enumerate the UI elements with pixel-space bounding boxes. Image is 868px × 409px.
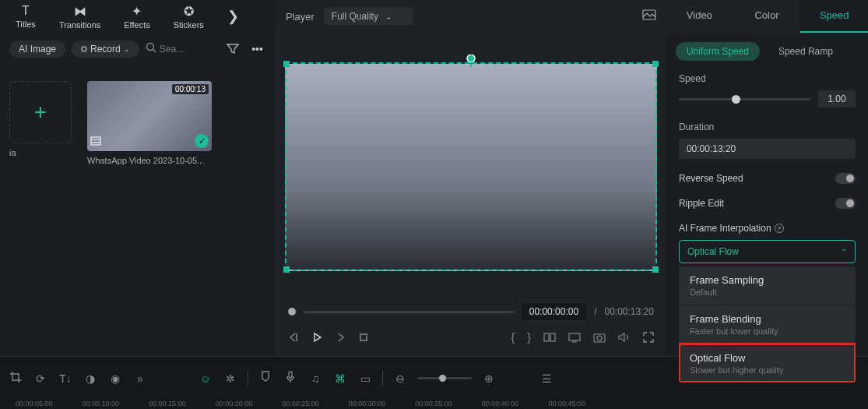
color-wheel-icon[interactable]: ◑: [83, 372, 98, 385]
scrub-handle[interactable]: [288, 308, 296, 316]
zoom-out-icon[interactable]: ⊖: [392, 372, 408, 385]
transport-bar: 00:00:00:00 / 00:00:13:20: [285, 295, 657, 326]
option-sub: Default: [690, 287, 845, 297]
timeline-ruler[interactable]: 00:00:05:00 00:00:10:00 00:00:15:00 00:0…: [0, 400, 868, 409]
speed-slider-thumb[interactable]: [732, 95, 740, 104]
effects-icon: ✦: [132, 4, 142, 19]
keyframe-icon[interactable]: ▭: [357, 372, 373, 385]
zoom-thumb[interactable]: [439, 375, 446, 382]
effects-label: Effects: [124, 20, 149, 30]
svg-rect-14: [594, 334, 605, 342]
playhead-marker[interactable]: [466, 55, 476, 67]
reverse-speed-row: Reverse Speed: [679, 173, 856, 184]
ai-image-button[interactable]: AI Image: [9, 41, 65, 58]
expand-icon[interactable]: »: [132, 372, 148, 385]
quality-select[interactable]: Full Quality ⌄: [324, 8, 413, 25]
svg-rect-10: [544, 333, 549, 341]
titles-icon: T: [22, 4, 30, 18]
snapshot-icon[interactable]: [642, 9, 656, 23]
scrub-track[interactable]: [304, 311, 514, 313]
toolbar-more-icon[interactable]: ❯: [227, 8, 239, 25]
volume-icon[interactable]: [618, 332, 631, 343]
record-button[interactable]: Record ⌄: [72, 41, 139, 58]
time-separator: /: [594, 306, 596, 317]
tab-color[interactable]: Color: [733, 0, 801, 33]
svg-line-2: [153, 50, 156, 53]
text-icon[interactable]: T↓: [58, 372, 73, 385]
resize-handle-br[interactable]: [652, 266, 659, 273]
mark-out-button[interactable]: }: [527, 331, 531, 344]
tab-video[interactable]: Video: [666, 0, 733, 33]
search-icon[interactable]: [146, 42, 156, 56]
mark-in-button[interactable]: {: [511, 331, 515, 344]
effects-tool[interactable]: ✦ Effects: [124, 4, 149, 30]
filter-icon[interactable]: [223, 43, 242, 56]
speed-value[interactable]: 1.00: [818, 90, 856, 108]
transitions-icon: ⧓: [74, 4, 86, 19]
play-button[interactable]: [311, 332, 322, 343]
compare-icon[interactable]: [543, 332, 556, 343]
track-settings-icon[interactable]: ☰: [539, 372, 554, 385]
stop-button[interactable]: [358, 332, 369, 343]
search-input[interactable]: [160, 44, 191, 55]
audio-icon[interactable]: ♫: [307, 372, 323, 385]
enhance-icon[interactable]: ✲: [223, 372, 238, 385]
add-media-button[interactable]: +: [9, 81, 72, 143]
search-wrap: [146, 42, 217, 56]
option-frame-blending[interactable]: Frame Blending Faster but lower quality: [679, 305, 856, 344]
resize-handle-tr[interactable]: [652, 61, 659, 67]
player-panel: 00:00:00:00 / 00:00:13:20 { }: [276, 33, 666, 356]
ripple-edit-toggle[interactable]: [835, 198, 856, 209]
transitions-tool[interactable]: ⧓ Transitions: [59, 4, 100, 30]
speed-slider[interactable]: [679, 98, 810, 100]
camera-icon[interactable]: [593, 332, 606, 343]
interpolation-menu: Frame Sampling Default Frame Blending Fa…: [679, 266, 856, 383]
player-label: Player: [286, 11, 315, 23]
reverse-speed-toggle[interactable]: [835, 173, 856, 184]
option-sub: Faster but lower quality: [690, 326, 845, 336]
option-optical-flow[interactable]: Optical Flow Slower but higher quality: [679, 344, 856, 383]
tab-speed[interactable]: Speed: [800, 0, 868, 33]
magnetic-icon[interactable]: ⌘: [332, 372, 348, 385]
titles-tool[interactable]: T Titles: [16, 4, 36, 29]
display-icon[interactable]: [568, 332, 581, 343]
more-icon[interactable]: •••: [248, 43, 266, 55]
preview-canvas[interactable]: [285, 62, 657, 271]
resize-handle-bl[interactable]: [283, 266, 290, 273]
ai-icon[interactable]: ☺: [198, 372, 213, 385]
ai-image-label: AI Image: [19, 44, 56, 55]
next-frame-button[interactable]: [335, 332, 346, 343]
mic-icon[interactable]: [283, 371, 298, 386]
player-controls: { }: [285, 326, 657, 348]
speed-ramp-tab[interactable]: Speed Ramp: [768, 42, 844, 61]
interpolation-label-row: AI Frame Interpolation ?: [679, 223, 856, 234]
option-title: Frame Sampling: [690, 274, 845, 286]
ruler-tick: 00:00:45:00: [548, 400, 585, 407]
speed-panel: Uniform Speed Speed Ramp Speed 1.00 Dura…: [666, 33, 868, 356]
duration-value[interactable]: 00:00:13:20: [679, 139, 856, 159]
interpolation-dropdown[interactable]: Optical Flow ⌃: [679, 240, 856, 263]
option-frame-sampling[interactable]: Frame Sampling Default: [679, 266, 856, 305]
titles-label: Titles: [16, 19, 36, 29]
interpolation-selected: Optical Flow: [687, 246, 739, 257]
speed-icon[interactable]: ⟳: [33, 372, 48, 385]
svg-point-6: [467, 55, 475, 62]
stickers-tool[interactable]: ✪ Stickers: [174, 4, 204, 30]
marker-icon[interactable]: [258, 371, 273, 386]
zoom-in-icon[interactable]: ⊕: [481, 372, 497, 385]
crop-icon[interactable]: [8, 371, 23, 386]
zoom-slider[interactable]: [417, 377, 472, 379]
top-toolbar: T Titles ⧓ Transitions ✦ Effects ✪ Stick…: [0, 0, 276, 33]
uniform-speed-tab[interactable]: Uniform Speed: [676, 42, 760, 61]
right-tabs: Video Color Speed: [666, 0, 868, 33]
mask-icon[interactable]: ◉: [107, 372, 123, 385]
chevron-down-icon: ⌄: [124, 45, 130, 53]
media-thumbnail[interactable]: 00:00:13 ✓: [87, 81, 212, 151]
preview-wrap: [285, 37, 657, 295]
info-icon[interactable]: ?: [775, 224, 784, 233]
prev-frame-button[interactable]: [288, 332, 299, 343]
resize-handle-tl[interactable]: [283, 61, 290, 67]
ruler-tick: 00:00:30:00: [349, 400, 386, 407]
fullscreen-icon[interactable]: [643, 332, 654, 343]
media-item[interactable]: 00:00:13 ✓ WhatsApp Video 2023-10-05...: [87, 81, 212, 170]
